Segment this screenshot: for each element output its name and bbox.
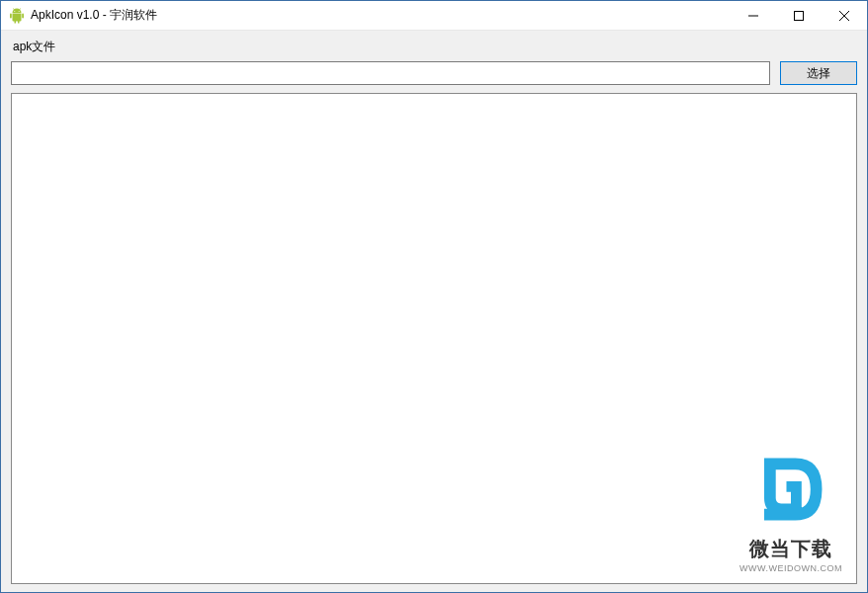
- client-area: apk文件 选择 微当下载 WWW.WEIDOWN.COM: [1, 31, 867, 592]
- watermark: 微当下载 WWW.WEIDOWN.COM: [739, 445, 842, 573]
- svg-point-1: [19, 11, 20, 12]
- window-controls: [731, 1, 867, 30]
- svg-rect-2: [10, 13, 12, 18]
- watermark-main-text: 微当下载: [749, 536, 832, 562]
- android-icon: [9, 8, 25, 24]
- close-button[interactable]: [822, 1, 867, 31]
- titlebar[interactable]: ApkIcon v1.0 - 宇润软件: [1, 1, 867, 31]
- svg-line-4: [14, 8, 15, 10]
- svg-point-0: [14, 11, 15, 12]
- apk-file-label: apk文件: [11, 39, 857, 55]
- watermark-sub-text: WWW.WEIDOWN.COM: [739, 563, 842, 573]
- svg-rect-7: [795, 12, 804, 21]
- content-panel: 微当下载 WWW.WEIDOWN.COM: [11, 93, 857, 584]
- application-window: ApkIcon v1.0 - 宇润软件 apk文件 选择 微当下载: [0, 0, 868, 593]
- svg-rect-3: [22, 13, 24, 18]
- input-row: 选择: [11, 61, 857, 85]
- svg-line-5: [20, 8, 21, 10]
- minimize-button[interactable]: [731, 1, 776, 31]
- select-file-button[interactable]: 选择: [780, 61, 857, 85]
- window-title: ApkIcon v1.0 - 宇润软件: [31, 7, 157, 24]
- apk-path-input[interactable]: [11, 61, 770, 85]
- titlebar-left: ApkIcon v1.0 - 宇润软件: [1, 7, 731, 24]
- watermark-logo-icon: [746, 445, 835, 534]
- maximize-button[interactable]: [776, 1, 822, 31]
